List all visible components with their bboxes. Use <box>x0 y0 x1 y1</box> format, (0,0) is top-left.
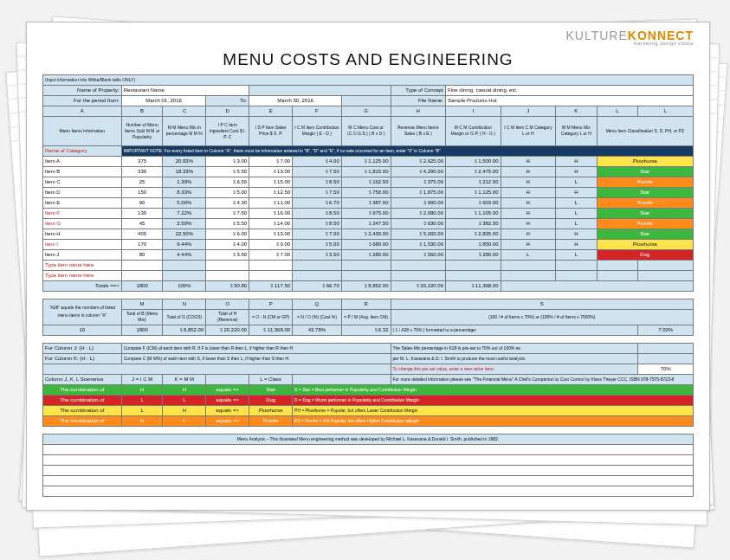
main-table: (Input information into White/Blank cell… <box>42 74 694 497</box>
head-c: M M Menu Mix in percentage M M % <box>163 116 206 145</box>
item-name[interactable]: Type item name here <box>43 260 122 270</box>
navy-note: IMPORTANT NOTE: For every listed item in… <box>121 145 693 156</box>
logo-text-1: KULTURE <box>565 29 627 42</box>
classification-badge: Star <box>597 187 693 197</box>
item-name[interactable]: Type item name here <box>43 270 122 280</box>
classification-badge: Plowhorse <box>597 156 693 166</box>
head-e: I S P Item Sales Price $ S. P. <box>249 116 293 145</box>
lbl-concept: Type of Concept <box>391 85 446 95</box>
input-from[interactable]: March 01, 2016 <box>121 95 206 106</box>
input-filename[interactable]: Sample Products Hot <box>446 95 694 106</box>
lbl-property: Name of Property: <box>43 85 122 95</box>
item-name[interactable]: Item I <box>43 239 122 249</box>
spreadsheet: KULTUREKONNECT marketing design studio M… <box>26 22 710 511</box>
item-row: Item E905.00%4.3011.006.70387.00990.0060… <box>43 197 694 208</box>
head-j: I C M Item C M Category L or H <box>501 116 556 145</box>
lbl-to: To: <box>206 95 249 106</box>
item-row: Item A37520.83%3.007.004.001,125.002,625… <box>43 156 694 166</box>
item-name[interactable]: Item H <box>43 229 122 239</box>
item-row: Item F1307.22%7.5016.008.50975.002,080.0… <box>43 208 694 218</box>
item-name[interactable]: Item G <box>43 218 122 229</box>
item-row: Item I1709.44%4.009.005.00680.001,530.00… <box>43 239 694 249</box>
head-d: I P C Item Ingredient Cost $ I. P. C <box>206 116 249 145</box>
input-to[interactable]: March 30, 2016 <box>249 95 342 106</box>
intro-note: (Input information into White/Blank cell… <box>43 74 694 85</box>
name-of-category: Name of Category <box>43 145 122 156</box>
input-property[interactable]: Restaurant Name <box>121 85 249 95</box>
logo: KULTUREKONNECT marketing design studio <box>42 29 694 47</box>
classification-badge: Star <box>597 166 693 177</box>
head-f: I C M Item Contribution Margin ( E - D ) <box>293 116 342 145</box>
classification-badge: Puzzle <box>597 177 693 187</box>
lbl-period: For the period from: <box>43 95 122 106</box>
stage: KULTUREKONNECT marketing design studio M… <box>0 0 730 560</box>
head-b: Number of Menu Items Sold M M or Popular… <box>121 116 163 145</box>
item-name[interactable]: Item B <box>43 166 122 177</box>
item-name[interactable]: Item E <box>43 197 122 208</box>
preset-pct[interactable]: 70% <box>638 364 694 374</box>
colj-label: For Column J: (H : L) <box>43 343 122 353</box>
head-l: Menu Item Classification S, D, PH, or PZ <box>597 116 693 145</box>
colk-label: For Column K: (H : L) <box>43 353 122 364</box>
lbl-filename: File Name: <box>391 95 446 106</box>
item-row: Type item name here <box>43 260 694 270</box>
classification-badge: Puzzle <box>597 197 693 208</box>
page-title: MENU COSTS AND ENGINEERING <box>42 50 694 69</box>
classification-badge: Star <box>597 208 693 218</box>
item-name[interactable]: Item D <box>43 187 122 197</box>
item-row: Item C251.39%6.5015.008.50162.50375.0021… <box>43 177 694 187</box>
item-row: Item J804.44%3.507.003.50280.00560.00280… <box>43 249 694 260</box>
item-name[interactable]: Item J <box>43 249 122 260</box>
item-row: Item B33018.33%5.5013.007.501,815.004,29… <box>43 166 694 177</box>
scenario-header: Column J, K, L Scenarios <box>43 374 122 384</box>
item-row: Type item name here <box>43 270 694 280</box>
totals-label: Totals ==> <box>43 280 122 291</box>
item-name[interactable]: Item C <box>43 177 122 187</box>
item-row: Item H40522.50%6.0013.007.002,430.005,26… <box>43 229 694 239</box>
classification-badge: Dog <box>597 249 693 260</box>
item-name[interactable]: Item A <box>43 156 122 166</box>
item-row: Item G452.50%5.5014.008.50247.50630.0038… <box>43 218 694 229</box>
head-h: Revenue Menu Items Sales ( B x E ) <box>391 116 446 145</box>
classification-badge: Puzzle <box>597 218 693 229</box>
item-name[interactable]: Item F <box>43 208 122 218</box>
classification-badge: Star <box>597 229 693 239</box>
a28-note: "A28" equals the numbers of listed menu … <box>43 299 122 325</box>
footnote: Menu Analysis – This illustrated Menu en… <box>43 434 694 444</box>
column-letters: ABCDEFGHIJKLL <box>43 106 694 116</box>
head-a: Menu Items Information <box>43 116 122 145</box>
classification-badge: Plowhorse <box>597 239 693 249</box>
input-concept[interactable]: Fine dining, casual dining, etc. <box>446 85 694 95</box>
head-k: M M Menu Mix Category L or H <box>556 116 598 145</box>
head-g: M C Menu Cost or (C.O.G.S.) ( B x D ) <box>341 116 391 145</box>
head-i: M C M Contribution Margin or G.P. ( H - … <box>446 116 501 145</box>
item-row: Item D1508.33%5.0012.507.50750.001,875.0… <box>43 187 694 197</box>
